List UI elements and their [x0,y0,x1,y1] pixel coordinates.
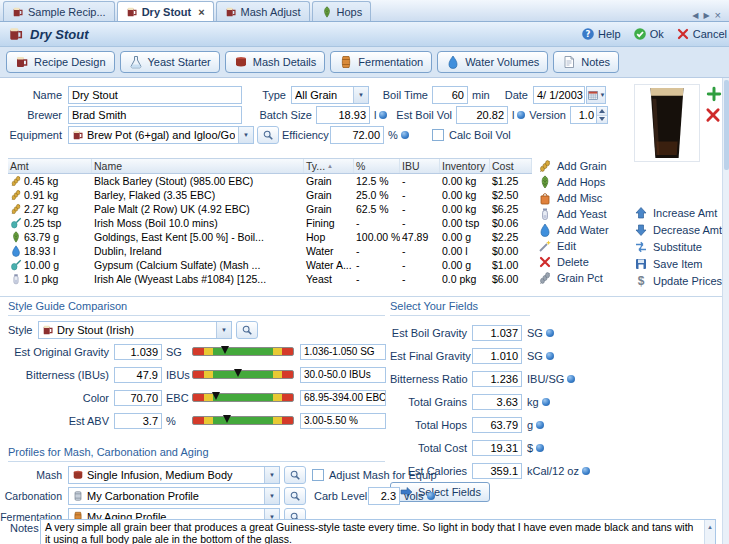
field-value[interactable]: 3.63 [472,394,522,410]
style-view-button[interactable] [236,321,258,339]
mash-view-button[interactable] [284,466,306,484]
column-cost[interactable]: Cost [490,159,532,173]
save-item-button[interactable]: Save Item [634,255,722,272]
update-prices-button[interactable]: $Update Prices [634,272,722,289]
tab-close-icon[interactable]: × [198,6,204,18]
unit-indicator-dot[interactable] [427,492,435,500]
notes-button[interactable]: Notes [553,51,619,73]
grain-pct-button[interactable]: Grain Pct [538,270,609,286]
recipe-design-button[interactable]: Recipe Design [6,51,115,73]
unit-indicator-dot[interactable] [546,352,554,360]
date-picker-button[interactable]: ▼ [586,86,606,104]
notes-textarea[interactable]: A very simple all grain beer that produc… [40,519,716,544]
field-value[interactable]: 63.79 [472,417,522,433]
column-amt[interactable]: Amt [8,159,92,173]
ingredient-name: Irish Ale (Wyeast Labs #1084) [125... [92,273,304,285]
field-value[interactable]: 1.010 [472,348,522,364]
ingredient-row[interactable]: 1.0 pkgIrish Ale (Wyeast Labs #1084) [12… [8,272,532,286]
ingredient-row[interactable]: 0.25 tspIrish Moss (Boil 10.0 mins)Finin… [8,216,532,230]
type-select[interactable]: All Grain▼ [291,86,369,104]
equipment-select[interactable]: Brew Pot (6+gal) and Igloo/Gott Co▼ [68,126,254,144]
scrollbar-thumb[interactable] [724,80,729,170]
ok-button[interactable]: Ok [633,27,664,41]
column-inventory[interactable]: Inventory [440,159,490,173]
help-icon: ? [581,27,595,41]
spinner-up-icon[interactable] [597,107,607,116]
water-volumes-button[interactable]: Water Volumes [437,51,548,73]
increase-amt-button[interactable]: Increase Amt [634,204,722,221]
spinner-down-icon[interactable] [597,116,607,124]
mash-profile-select[interactable]: Single Infusion, Medium Body▼ [68,466,280,484]
scroll-up-icon[interactable]: ▲ [707,520,713,534]
ingredient-row[interactable]: 0.91 kgBarley, Flaked (3.35 EBC)Grain25.… [8,188,532,202]
unit-indicator-dot[interactable] [582,467,590,475]
ingredient-name: Gypsum (Calcium Sulfate) (Mash ... [92,259,304,271]
add-grain-button[interactable]: Add Grain [538,158,609,174]
tab-sample-recipe[interactable]: Sample Recip... [3,1,115,21]
ingredient-row[interactable]: 2.27 kgPale Malt (2 Row) UK (4.92 EBC)Gr… [8,202,532,216]
carbonation-view-button[interactable] [284,487,306,505]
boil-time-input[interactable]: 60 [432,86,468,104]
carbonation-profile-select[interactable]: My Carbonation Profile▼ [68,487,280,505]
delete-button[interactable]: Delete [538,254,609,270]
delete-image-button[interactable] [704,106,722,126]
edit-button[interactable]: Edit [538,238,609,254]
fermentation-button[interactable]: Fermentation [330,51,432,73]
equipment-view-button[interactable] [257,126,279,144]
name-input[interactable]: Dry Stout [68,86,242,104]
yeast-starter-button[interactable]: Yeast Starter [120,51,220,73]
add-misc-button[interactable]: Add Misc [538,190,609,206]
brewer-input[interactable]: Brad Smith [68,106,242,124]
unit-indicator-dot[interactable] [536,444,544,452]
add-hops-button[interactable]: Add Hops [538,174,609,190]
column-type[interactable]: Ty...▲ [304,159,354,173]
add-yeast-button[interactable]: Add Yeast [538,206,609,222]
style-metric-value[interactable]: 1.039 [114,344,162,360]
unit-indicator-dot[interactable] [542,398,550,406]
style-metric-value[interactable]: 70.70 [114,390,162,406]
style-select[interactable]: Dry Stout (Irish)▼ [38,321,232,339]
date-input[interactable]: 4/ 1/2003 [533,86,585,104]
adjust-mash-checkbox[interactable] [312,469,324,481]
efficiency-input[interactable]: 72.00 [330,126,384,144]
tab-hops[interactable]: Hops [312,1,372,21]
version-input[interactable]: 1.0 [570,106,608,124]
column-ibu[interactable]: IBU [400,159,440,173]
substitute-button[interactable]: Substitute [634,238,722,255]
tab-scroll-left-icon[interactable]: ◀ [692,11,698,20]
mash-details-button[interactable]: Mash Details [225,51,326,73]
wand-icon [538,239,552,253]
tab-scroll-right-icon[interactable]: ▶ [703,11,709,20]
add-water-button[interactable]: Add Water [538,222,609,238]
field-value[interactable]: 19.31 [472,440,522,456]
help-button[interactable]: ?Help [581,27,621,41]
vertical-scrollbar[interactable] [722,78,729,544]
tab-mash-adjust[interactable]: Mash Adjust [216,1,310,21]
calc-boil-vol-checkbox[interactable] [432,129,444,141]
version-spinner[interactable] [596,107,607,123]
unit-indicator-dot[interactable] [401,131,409,139]
field-value[interactable]: 1.236 [472,371,522,387]
column-name[interactable]: Name [92,159,304,173]
ingredient-row[interactable]: 18.93 lDublin, IrelandWater--0.00 l$0.00 [8,244,532,258]
unit-indicator-dot[interactable] [536,421,544,429]
cancel-button[interactable]: Cancel [676,27,727,41]
field-value[interactable]: 1.037 [472,325,522,341]
column-percent[interactable]: % [354,159,400,173]
tab-close-all-icon[interactable]: × [715,9,721,21]
ingredient-row[interactable]: 63.79 gGoldings, East Kent [5.00 %] - Bo… [8,230,532,244]
ingredient-row[interactable]: 10.00 gGypsum (Calcium Sulfate) (Mash ..… [8,258,532,272]
decrease-amt-button[interactable]: Decrease Amt [634,221,722,238]
notes-scrollbar[interactable]: ▲ [704,520,715,544]
est-boil-vol-input[interactable]: 20.82 [456,106,508,124]
field-value[interactable]: 359.1 [472,463,522,479]
unit-indicator-dot[interactable] [567,375,575,383]
style-metric-value[interactable]: 3.7 [114,413,162,429]
style-metric-value[interactable]: 47.9 [114,367,162,383]
ingredient-row[interactable]: 0.45 kgBlack Barley (Stout) (985.00 EBC)… [8,174,532,188]
add-image-button[interactable] [706,86,722,104]
unit-indicator-dot[interactable] [546,329,554,337]
tab-dry-stout[interactable]: Dry Stout× [117,1,214,21]
batch-size-input[interactable]: 18.93 [316,106,370,124]
carb-level-input[interactable]: 2.3 [368,487,400,505]
